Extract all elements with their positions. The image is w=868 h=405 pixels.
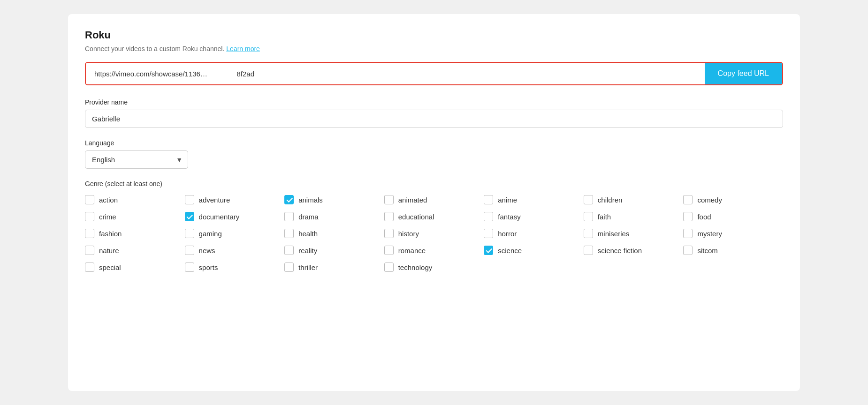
genre-checkbox-history[interactable] xyxy=(384,229,394,238)
genre-checkbox-romance[interactable] xyxy=(384,246,394,255)
genre-checkbox-science-fiction[interactable] xyxy=(584,246,593,255)
page-container: Roku Connect your videos to a custom Rok… xyxy=(68,14,800,391)
genre-checkbox-drama[interactable] xyxy=(284,212,294,221)
genre-name-educational: educational xyxy=(398,213,434,221)
genre-name-faith: faith xyxy=(598,213,611,221)
genre-name-history: history xyxy=(398,230,419,238)
genre-name-science-fiction: science fiction xyxy=(598,247,642,255)
genre-item-crime[interactable]: crime xyxy=(85,212,185,221)
genre-checkbox-comedy[interactable] xyxy=(683,195,693,204)
genre-checkbox-gaming[interactable] xyxy=(185,229,194,238)
genre-name-romance: romance xyxy=(398,247,426,255)
genre-checkbox-fashion[interactable] xyxy=(85,229,94,238)
genre-checkbox-mystery[interactable] xyxy=(683,229,693,238)
genre-item-history[interactable]: history xyxy=(384,229,484,238)
genre-item-nature[interactable]: nature xyxy=(85,246,185,255)
genre-name-miniseries: miniseries xyxy=(598,230,630,238)
genre-checkbox-science[interactable] xyxy=(484,246,493,255)
genre-item-science[interactable]: science xyxy=(484,246,584,255)
page-title: Roku xyxy=(85,29,783,41)
genre-item-reality[interactable]: reality xyxy=(284,246,384,255)
genre-name-animated: animated xyxy=(398,196,427,204)
genre-checkbox-animals[interactable] xyxy=(284,195,294,204)
genre-item-romance[interactable]: romance xyxy=(384,246,484,255)
genre-label: Genre (select at least one) xyxy=(85,180,783,188)
genre-item-science-fiction[interactable]: science fiction xyxy=(584,246,684,255)
genre-checkbox-adventure[interactable] xyxy=(185,195,194,204)
genre-checkbox-horror[interactable] xyxy=(484,229,493,238)
provider-name-section: Provider name xyxy=(85,98,783,128)
genre-checkbox-sports[interactable] xyxy=(185,262,194,272)
genre-item-technology[interactable]: technology xyxy=(384,262,484,272)
genre-name-drama: drama xyxy=(298,213,319,221)
genre-checkbox-educational[interactable] xyxy=(384,212,394,221)
genre-item-mystery[interactable]: mystery xyxy=(683,229,783,238)
genre-item-miniseries[interactable]: miniseries xyxy=(584,229,684,238)
genre-item-children[interactable]: children xyxy=(584,195,684,204)
genre-name-gaming: gaming xyxy=(199,230,222,238)
genre-item-horror[interactable]: horror xyxy=(484,229,584,238)
feed-url-input[interactable] xyxy=(86,63,705,84)
genre-section: Genre (select at least one) actionadvent… xyxy=(85,180,783,272)
genre-checkbox-special[interactable] xyxy=(85,262,94,272)
genre-item-health[interactable]: health xyxy=(284,229,384,238)
genre-checkbox-crime[interactable] xyxy=(85,212,94,221)
language-label: Language xyxy=(85,139,783,147)
genre-item-thriller[interactable]: thriller xyxy=(284,262,384,272)
genre-item-adventure[interactable]: adventure xyxy=(185,195,285,204)
genre-checkbox-technology[interactable] xyxy=(384,262,394,272)
genre-checkbox-action[interactable] xyxy=(85,195,94,204)
genre-item-fashion[interactable]: fashion xyxy=(85,229,185,238)
genre-item-faith[interactable]: faith xyxy=(584,212,684,221)
genre-checkbox-sitcom[interactable] xyxy=(683,246,693,255)
genre-item-animated[interactable]: animated xyxy=(384,195,484,204)
feed-url-row: Copy feed URL xyxy=(85,62,783,85)
genre-checkbox-miniseries[interactable] xyxy=(584,229,593,238)
genre-name-fantasy: fantasy xyxy=(498,213,520,221)
provider-name-input[interactable] xyxy=(85,110,783,128)
genre-item-fantasy[interactable]: fantasy xyxy=(484,212,584,221)
genre-checkbox-faith[interactable] xyxy=(584,212,593,221)
genre-name-food: food xyxy=(697,213,711,221)
genre-checkbox-documentary[interactable] xyxy=(185,212,194,221)
language-section: Language EnglishSpanishFrenchGermanPortu… xyxy=(85,139,783,169)
genre-item-special[interactable]: special xyxy=(85,262,185,272)
genre-checkbox-animated[interactable] xyxy=(384,195,394,204)
genre-checkbox-news[interactable] xyxy=(185,246,194,255)
genre-name-nature: nature xyxy=(99,247,119,255)
genre-checkbox-reality[interactable] xyxy=(284,246,294,255)
genre-checkbox-thriller[interactable] xyxy=(284,262,294,272)
genre-grid: actionadventureanimalsanimatedanimechild… xyxy=(85,195,783,272)
genre-item-anime[interactable]: anime xyxy=(484,195,584,204)
genre-name-comedy: comedy xyxy=(697,196,722,204)
genre-name-mystery: mystery xyxy=(697,230,722,238)
genre-name-technology: technology xyxy=(398,263,433,271)
genre-item-action[interactable]: action xyxy=(85,195,185,204)
genre-name-adventure: adventure xyxy=(199,196,230,204)
genre-name-fashion: fashion xyxy=(99,230,122,238)
genre-item-sitcom[interactable]: sitcom xyxy=(683,246,783,255)
genre-checkbox-nature[interactable] xyxy=(85,246,94,255)
description-row: Connect your videos to a custom Roku cha… xyxy=(85,45,783,52)
genre-name-anime: anime xyxy=(498,196,517,204)
genre-checkbox-food[interactable] xyxy=(683,212,693,221)
genre-item-comedy[interactable]: comedy xyxy=(683,195,783,204)
genre-checkbox-children[interactable] xyxy=(584,195,593,204)
genre-name-news: news xyxy=(199,247,215,255)
genre-name-children: children xyxy=(598,196,623,204)
genre-item-drama[interactable]: drama xyxy=(284,212,384,221)
genre-checkbox-fantasy[interactable] xyxy=(484,212,493,221)
genre-item-educational[interactable]: educational xyxy=(384,212,484,221)
copy-feed-url-button[interactable]: Copy feed URL xyxy=(705,63,782,84)
genre-item-news[interactable]: news xyxy=(185,246,285,255)
genre-item-documentary[interactable]: documentary xyxy=(185,212,285,221)
genre-item-sports[interactable]: sports xyxy=(185,262,285,272)
genre-checkbox-anime[interactable] xyxy=(484,195,493,204)
learn-more-link[interactable]: Learn more xyxy=(226,45,260,52)
genre-name-special: special xyxy=(99,263,121,271)
genre-item-food[interactable]: food xyxy=(683,212,783,221)
genre-item-gaming[interactable]: gaming xyxy=(185,229,285,238)
genre-checkbox-health[interactable] xyxy=(284,229,294,238)
genre-item-animals[interactable]: animals xyxy=(284,195,384,204)
language-select[interactable]: EnglishSpanishFrenchGermanPortugueseItal… xyxy=(85,150,188,169)
